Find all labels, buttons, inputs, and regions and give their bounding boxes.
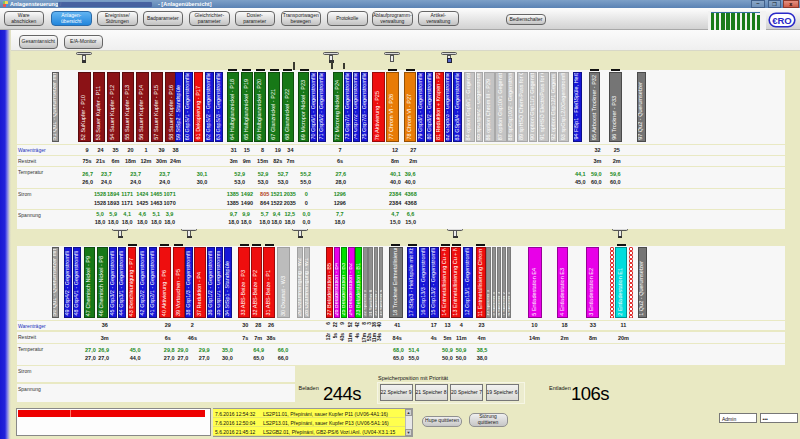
svg-text:€RO: €RO [772,15,792,26]
